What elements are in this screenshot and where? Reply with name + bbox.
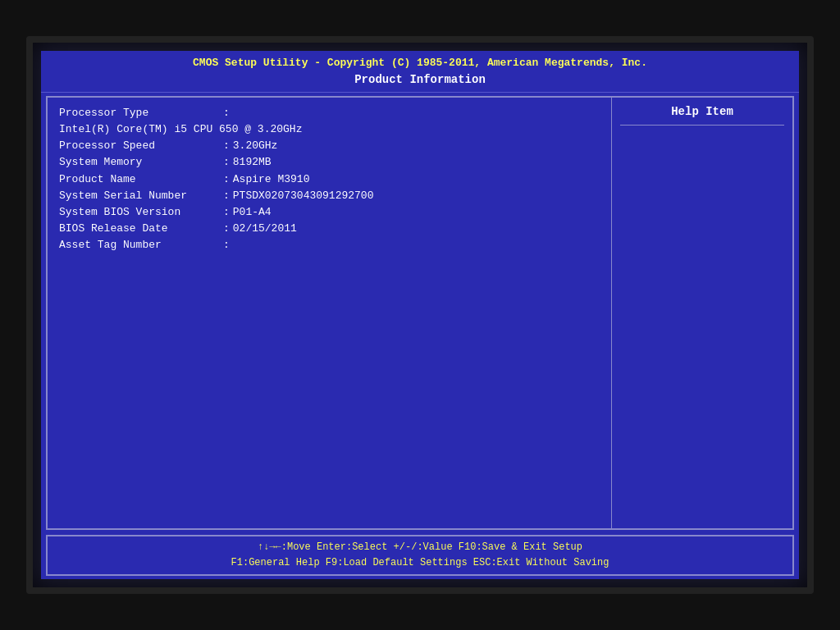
- label-bios-date: BIOS Release Date: [59, 221, 223, 236]
- colon-bios-version: :: [223, 205, 230, 220]
- label-intel-cpu: Intel(R) Core(TM) i5 CPU 650 @ 3.20GHz: [59, 123, 302, 135]
- value-serial-number: PTSDX02073043091292700: [233, 189, 374, 203]
- value-system-memory: 8192MB: [233, 155, 272, 170]
- row-system-memory: System Memory : 8192MB: [59, 155, 600, 170]
- label-system-memory: System Memory: [59, 155, 223, 170]
- colon-bios-date: :: [223, 221, 230, 236]
- footer-row1: ↑↓→←:Move Enter:Select +/-/:Value F10:Sa…: [54, 540, 786, 555]
- value-product-name: Aspire M3910: [233, 172, 310, 187]
- colon-processor-speed: :: [223, 139, 230, 153]
- label-bios-version: System BIOS Version: [59, 205, 223, 220]
- header-copyright: CMOS Setup Utility - Copyright (C) 1985-…: [48, 56, 792, 71]
- row-processor-type: Processor Type :: [59, 106, 600, 121]
- monitor-bezel: CMOS Setup Utility - Copyright (C) 1985-…: [26, 36, 814, 594]
- row-product-name: Product Name : Aspire M3910: [59, 172, 600, 187]
- label-processor-type: Processor Type: [59, 106, 223, 121]
- header-title: Product Information: [48, 72, 792, 89]
- help-panel: Help Item: [612, 98, 792, 528]
- row-processor-speed: Processor Speed : 3.20GHz: [59, 139, 600, 153]
- label-serial-number: System Serial Number: [59, 189, 223, 203]
- bios-header: CMOS Setup Utility - Copyright (C) 1985-…: [41, 51, 799, 93]
- label-product-name: Product Name: [59, 172, 223, 187]
- bios-main: Processor Type : Intel(R) Core(TM) i5 CP…: [46, 96, 794, 530]
- colon-serial-number: :: [223, 189, 230, 203]
- colon-system-memory: :: [223, 155, 230, 170]
- colon-asset-tag: :: [223, 238, 230, 253]
- content-panel: Processor Type : Intel(R) Core(TM) i5 CP…: [48, 98, 612, 528]
- bios-screen: CMOS Setup Utility - Copyright (C) 1985-…: [41, 51, 799, 579]
- value-bios-date: 02/15/2011: [233, 221, 297, 236]
- colon-product-name: :: [223, 172, 230, 187]
- colon-processor-type: :: [223, 106, 230, 121]
- row-bios-date: BIOS Release Date : 02/15/2011: [59, 221, 600, 236]
- help-title: Help Item: [620, 104, 784, 126]
- bios-footer: ↑↓→←:Move Enter:Select +/-/:Value F10:Sa…: [46, 535, 794, 576]
- value-processor-speed: 3.20GHz: [233, 139, 278, 153]
- row-bios-version: System BIOS Version : P01-A4: [59, 205, 600, 220]
- label-asset-tag: Asset Tag Number: [59, 238, 223, 253]
- label-processor-speed: Processor Speed: [59, 139, 223, 153]
- row-asset-tag: Asset Tag Number :: [59, 238, 600, 253]
- value-bios-version: P01-A4: [233, 205, 272, 220]
- footer-row2: F1:General Help F9:Load Default Settings…: [54, 555, 786, 571]
- row-serial-number: System Serial Number : PTSDX020730430912…: [59, 189, 600, 203]
- row-processor-full: Intel(R) Core(TM) i5 CPU 650 @ 3.20GHz: [59, 122, 600, 137]
